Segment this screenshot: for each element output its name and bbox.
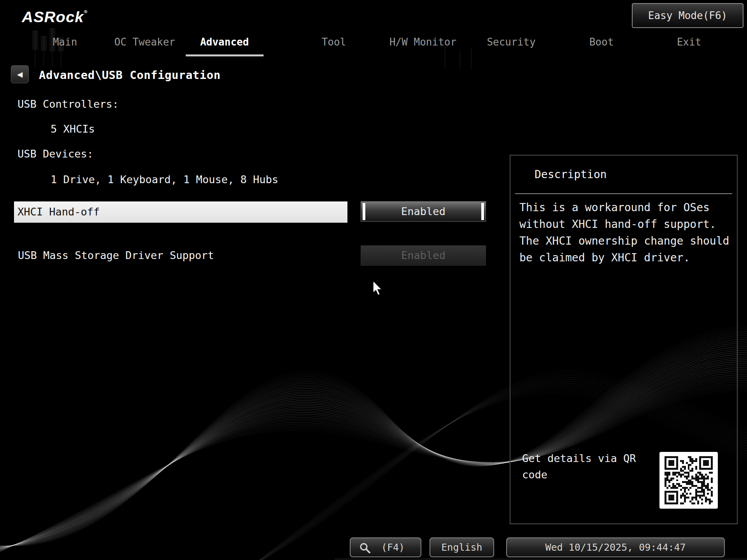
registered-mark-icon: ®: [84, 9, 88, 14]
asrock-logo: ASRock®: [22, 9, 88, 26]
active-tab-underline: [186, 54, 263, 56]
bottom-edge-line: [335, 559, 747, 559]
tab-main[interactable]: Main: [53, 34, 77, 50]
description-separator: [515, 193, 732, 194]
usb-devices-value: 1 Drive, 1 Keyboard, 1 Mouse, 8 Hubs: [51, 173, 278, 186]
tab-hw-monitor[interactable]: H/W Monitor: [389, 34, 456, 50]
datetime-display: Wed 10/15/2025, 09:44:47: [506, 537, 725, 557]
setting-label: XHCI Hand-off: [18, 201, 100, 222]
usb-controllers-value: 5 XHCIs: [51, 123, 95, 135]
easy-mode-button[interactable]: Easy Mode(F6): [632, 3, 743, 28]
tab-advanced[interactable]: Advanced: [200, 34, 249, 50]
bios-screen: { "header": { "logo_text": "ASRock", "ea…: [0, 0, 747, 560]
breadcrumb: Advanced\USB Configuration: [39, 66, 221, 84]
tab-exit[interactable]: Exit: [677, 34, 701, 50]
back-button[interactable]: ◀: [11, 65, 29, 83]
description-text: This is a workaround for OSes without XH…: [519, 199, 734, 266]
tab-tool[interactable]: Tool: [322, 34, 346, 50]
tab-oc-tweaker[interactable]: OC Tweaker: [114, 34, 175, 50]
setting-row-xhci-handoff[interactable]: XHCI Hand-off: [14, 201, 347, 222]
qr-caption: Get details via QR code: [522, 450, 647, 483]
mouse-cursor: [373, 281, 384, 296]
tab-boot[interactable]: Boot: [589, 34, 614, 50]
tab-security[interactable]: Security: [487, 34, 535, 50]
description-panel: Description This is a workaround for OSe…: [510, 155, 738, 524]
magnifier-icon: [359, 542, 371, 554]
setting-label-usb-mass-storage[interactable]: USB Mass Storage Driver Support: [18, 245, 214, 266]
language-button[interactable]: English: [430, 537, 494, 557]
nav-tab-bar: Main OC Tweaker Advanced Tool H/W Monito…: [0, 34, 747, 61]
usb-mass-storage-value-button: Enabled: [361, 245, 486, 266]
qr-code-image: [659, 452, 718, 509]
description-title: Description: [535, 168, 607, 181]
usb-controllers-label: USB Controllers:: [18, 98, 119, 110]
xhci-handoff-value-button[interactable]: Enabled: [361, 201, 486, 222]
back-arrow-icon: ◀: [17, 69, 23, 80]
usb-devices-label: USB Devices:: [18, 148, 93, 160]
search-button[interactable]: (F4): [350, 537, 421, 557]
